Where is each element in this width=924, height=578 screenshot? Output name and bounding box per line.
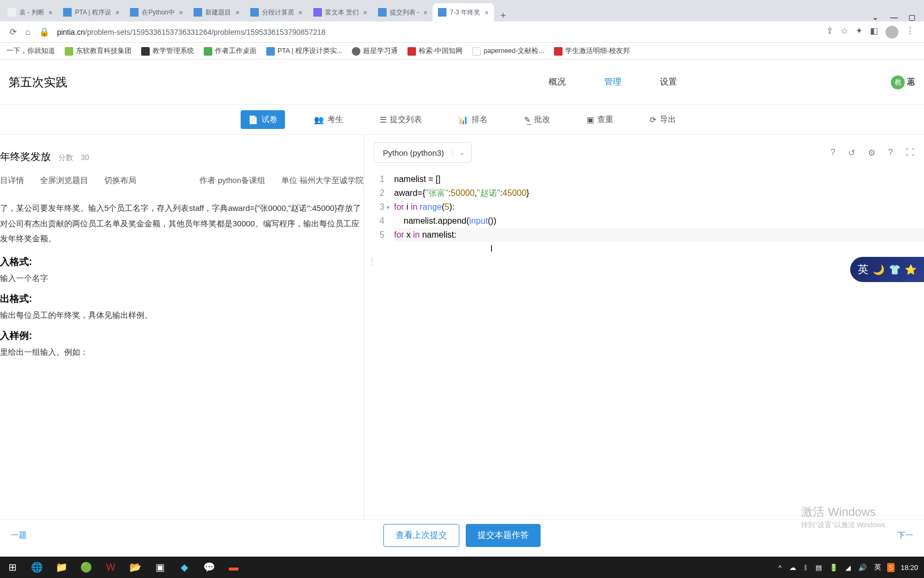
next-problem-link[interactable]: 下一 (897, 530, 913, 541)
share-icon[interactable]: ⇪ (826, 26, 833, 39)
tool-submissions[interactable]: ☰提交列表 (372, 110, 429, 129)
battery-icon[interactable]: 🔋 (828, 564, 840, 572)
tray-chevron-icon[interactable]: ^ (777, 564, 783, 572)
code-editor[interactable]: 12345 namelist = []award={"张富":50000,"赵诺… (364, 170, 924, 515)
subtab-layout[interactable]: 切换布局 (104, 176, 136, 186)
wechat-app-icon[interactable]: 💬 (197, 557, 221, 578)
bookmark-item[interactable]: 检索-中国知网 (404, 44, 466, 58)
app-icon[interactable]: 📁 (49, 557, 74, 578)
subtab-detail[interactable]: 目详情 (0, 176, 24, 186)
tool-grade[interactable]: ✎̲批改 (517, 110, 558, 129)
close-icon[interactable]: × (298, 9, 303, 17)
bookmark-item[interactable]: 东软教育科技集团 (61, 44, 135, 58)
bookmark-item[interactable]: paperneed-文献检... (469, 44, 547, 58)
url-input[interactable]: pintia.cn/problem-sets/15953361537363312… (54, 28, 822, 36)
tab-0[interactable]: 袁 - 判断× (2, 3, 58, 21)
tool-paper[interactable]: 📄试卷 (241, 110, 285, 129)
menu-icon[interactable]: ⋮ (906, 26, 914, 39)
sogou-icon[interactable]: S (887, 563, 895, 572)
tab-5[interactable]: 富文本 里们× (308, 3, 373, 21)
explorer-app-icon[interactable]: 📂 (123, 557, 148, 578)
bookmark-item[interactable]: 超星学习通 (349, 44, 401, 58)
bookmark-item[interactable]: 作者工作桌面 (201, 44, 260, 58)
maximize-icon[interactable]: ▢ (908, 13, 915, 21)
tab-3[interactable]: 新建题目× (188, 3, 245, 21)
network-icon[interactable]: ◢ (844, 564, 852, 572)
new-tab-button[interactable]: + (494, 10, 513, 21)
bookmark-item[interactable]: PTA | 程序设计类实... (263, 44, 345, 58)
minimize-icon[interactable]: — (890, 13, 898, 21)
volume-icon[interactable]: 🔊 (857, 564, 868, 572)
side-panel-icon[interactable]: ◧ (870, 26, 878, 39)
tool-export[interactable]: ⟳导出 (642, 110, 683, 129)
cloud-icon[interactable]: ☁ (788, 564, 798, 572)
refresh-icon[interactable]: ⟳ (5, 27, 21, 37)
close-icon[interactable]: × (179, 9, 183, 17)
browser-tab-bar: 袁 - 判断× PTA | 程序设× 在Python中× 新建题目× 分段计算居… (0, 0, 924, 21)
tab-4[interactable]: 分段计算居× (245, 3, 308, 21)
lock-icon[interactable]: 🔒 (35, 27, 54, 37)
close-icon[interactable]: × (116, 9, 120, 17)
url-domain: pintia.cn (57, 28, 85, 36)
tool-plagiarism[interactable]: ▣查重 (579, 110, 621, 129)
chrome-app-icon[interactable]: 🌐 (25, 557, 49, 578)
submit-button[interactable]: 提交本题作答 (466, 524, 541, 547)
bookmark-icon (204, 47, 212, 56)
bookmark-label: 检索-中国知网 (419, 47, 463, 56)
panel-splitter[interactable]: ⋮⋮ (369, 257, 375, 263)
edge-app-icon[interactable]: 🟢 (74, 557, 98, 578)
tab-2[interactable]: 在Python中× (125, 3, 188, 21)
profile-avatar[interactable] (886, 26, 898, 39)
problem-author: 作者 python备课组 (199, 176, 265, 186)
ime-widget[interactable]: 英 🌙 👕 ⭐ (850, 257, 924, 282)
close-icon[interactable]: × (235, 9, 240, 17)
content-area: 年终奖发放 分数 30 目详情 全屏浏览题目 切换布局 作者 python备课组… (0, 135, 924, 541)
tab-7[interactable]: 7-3 年终奖× (433, 3, 494, 21)
page-header: 第五次实践 概况 管理 设置 教 蕙 (0, 60, 924, 105)
text-cursor (456, 228, 457, 238)
code-content[interactable]: namelist = []award={"张富":50000,"赵诺":4500… (394, 172, 924, 513)
nav-center: 概况 管理 设置 (549, 77, 677, 88)
language-select[interactable]: Python (python3) ⌄ (374, 142, 472, 163)
extensions-icon[interactable]: ✦ (856, 26, 863, 39)
bookmark-item[interactable]: 教学管理系统 (138, 44, 197, 58)
fullscreen-icon[interactable]: ⛶ (906, 148, 914, 158)
start-button[interactable]: ⊞ (0, 557, 25, 578)
tool-ranking[interactable]: 📊排名 (451, 110, 495, 129)
tool-label: 排名 (472, 115, 488, 125)
subtab-fullscreen[interactable]: 全屏浏览题目 (40, 176, 88, 186)
user-area[interactable]: 教 蕙 (891, 75, 915, 89)
close-icon[interactable]: × (363, 9, 367, 17)
bluetooth-icon[interactable]: ᛒ (802, 564, 810, 572)
home-icon[interactable]: ⌂ (21, 27, 35, 37)
settings-icon[interactable]: ⚙ (868, 148, 875, 158)
bookmark-item[interactable]: 一下，你就知道 (3, 44, 58, 58)
bookmark-item[interactable]: 学生激活明细-校友邦 (551, 44, 633, 58)
nav-settings[interactable]: 设置 (660, 77, 677, 88)
app-icon[interactable]: ◆ (172, 557, 197, 578)
tab-6[interactable]: 提交列表 -× (373, 3, 433, 21)
safe-remove-icon[interactable]: ▤ (814, 564, 823, 572)
history-icon[interactable]: ↺ (848, 148, 855, 158)
help-icon[interactable]: ? (830, 148, 835, 158)
wps-app-icon[interactable]: W (98, 557, 123, 578)
clock[interactable]: 18:20 (899, 564, 920, 572)
tool-students[interactable]: 👥考生 (306, 110, 351, 129)
close-icon[interactable]: × (424, 9, 428, 17)
bookmark-label: PTA | 程序设计类实... (278, 47, 342, 56)
close-icon[interactable]: × (49, 9, 53, 17)
star-icon[interactable]: ☆ (841, 26, 848, 39)
ime-lang-indicator[interactable]: 英 (873, 562, 883, 572)
app-icon[interactable]: ▬ (221, 557, 246, 578)
bookmark-icon (472, 47, 481, 56)
tab-1[interactable]: PTA | 程序设× (58, 3, 125, 21)
pycharm-app-icon[interactable]: ▣ (148, 557, 172, 578)
prev-problem-link[interactable]: 一题 (11, 530, 27, 541)
info-icon[interactable]: ? (888, 148, 893, 158)
nav-overview[interactable]: 概况 (549, 77, 566, 88)
close-icon[interactable]: × (484, 9, 489, 17)
nav-manage[interactable]: 管理 (604, 77, 621, 88)
tab-list-chevron-icon[interactable]: ⌄ (867, 13, 884, 21)
view-last-submit-button[interactable]: 查看上次提交 (383, 524, 459, 547)
url-path: /problem-sets/1595336153736331264/proble… (85, 28, 326, 36)
